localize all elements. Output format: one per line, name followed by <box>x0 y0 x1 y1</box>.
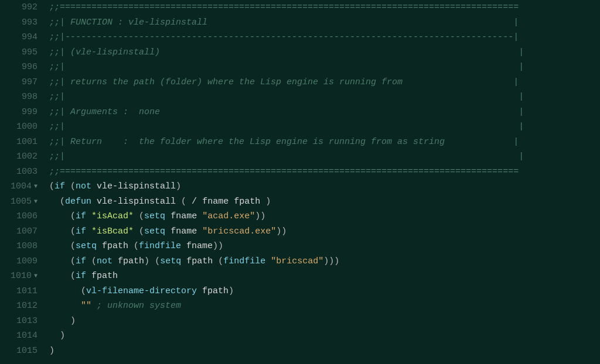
line-number: 996 <box>0 60 38 75</box>
token-paren: ( <box>218 256 223 266</box>
code-line[interactable]: (if *isAcad* (setq fname "acad.exe")) <box>49 209 600 224</box>
token-comment: ;;======================================… <box>49 2 519 12</box>
line-number-text: 993 <box>22 15 38 30</box>
line-number-text: 1011 <box>16 284 38 299</box>
line-number: 1003 <box>0 164 38 180</box>
token-keyword: not <box>76 181 91 191</box>
code-line[interactable]: (if *isBcad* (setq fname "bricscad.exe")… <box>49 224 600 239</box>
line-number-text: 1015 <box>16 344 38 359</box>
line-number-text: 1003 <box>16 164 38 180</box>
token-identifier <box>49 301 81 311</box>
fold-toggle-icon[interactable]: ▼ <box>34 194 38 210</box>
line-number: 999 <box>0 105 38 120</box>
token-comment: ;;| | <box>49 62 524 72</box>
token-identifier: fpath <box>97 241 134 251</box>
token-comment: ;;| returns the path (folder) where the … <box>49 77 519 87</box>
code-line[interactable]: (vl-filename-directory fpath) <box>49 284 600 299</box>
token-paren: ) <box>60 331 65 341</box>
token-identifier <box>49 241 70 251</box>
token-func-call: findfile <box>139 241 181 251</box>
token-comment: ;;| | <box>49 152 524 162</box>
line-number: 997 <box>0 75 38 90</box>
token-paren: ) <box>144 256 149 266</box>
token-paren: ( <box>139 226 144 236</box>
code-line[interactable]: ;;| Arguments : none | <box>49 105 600 120</box>
code-area[interactable]: ;;======================================… <box>42 0 600 364</box>
line-number-text: 992 <box>22 0 38 15</box>
code-line[interactable]: (setq fpath (findfile fname)) <box>49 239 600 254</box>
line-number-gutter: 9929939949959969979989991000100110021003… <box>0 0 42 364</box>
token-identifier: vle-lispinstall <box>91 181 176 191</box>
line-number-text: 1008 <box>16 239 38 254</box>
token-identifier <box>49 271 70 281</box>
code-editor[interactable]: 9929939949959969979989991000100110021003… <box>0 0 600 364</box>
code-line[interactable]: ;;| (vle-lispinstall) | <box>49 45 600 60</box>
code-line[interactable]: ;;| FUNCTION : vle-lispinstall | <box>49 15 600 30</box>
code-line[interactable]: (if (not vle-lispinstall) <box>49 179 600 194</box>
code-line[interactable]: ) <box>49 344 600 359</box>
fold-toggle-icon[interactable]: ▼ <box>34 269 38 284</box>
line-number-text: 1006 <box>16 209 38 224</box>
token-paren: ( <box>70 256 76 266</box>
code-line[interactable]: ;;======================================… <box>49 0 600 15</box>
line-number: 1006 <box>0 209 38 224</box>
token-comment: ;;| | <box>49 92 524 102</box>
token-string: "acad.exe" <box>202 211 255 221</box>
line-number: 1011 <box>0 284 38 299</box>
code-line[interactable]: ) <box>49 328 600 344</box>
code-line[interactable]: (if fpath <box>49 269 600 284</box>
token-identifier: fname <box>165 211 202 221</box>
line-number: 993 <box>0 15 38 30</box>
code-line[interactable]: ;;| | <box>49 60 600 75</box>
code-line[interactable]: ;;| | <box>49 119 600 135</box>
line-number: 1010▼ <box>0 269 38 284</box>
token-identifier: fpath <box>86 271 118 281</box>
code-line[interactable]: ) <box>49 314 600 329</box>
line-number-text: 1010 <box>11 269 32 284</box>
token-keyword: defun <box>65 197 91 207</box>
token-func-call: vl-filename-directory <box>86 286 197 296</box>
token-paren: ( <box>60 197 65 207</box>
token-comment: ; unknown system <box>97 301 181 311</box>
code-line[interactable]: (if (not fpath) (setq fpath (findfile "b… <box>49 254 600 269</box>
code-line[interactable]: (defun vle-lispinstall ( / fname fpath ) <box>49 194 600 210</box>
token-identifier: fpath <box>181 256 218 266</box>
line-number: 994 <box>0 30 38 45</box>
token-paren: ( <box>70 211 76 221</box>
code-line[interactable]: ;;======================================… <box>49 164 600 180</box>
code-line[interactable]: ;;| | <box>49 90 600 105</box>
token-identifier <box>91 301 97 311</box>
token-keyword: if <box>54 181 65 191</box>
token-paren: ( <box>134 241 139 251</box>
fold-toggle-icon[interactable]: ▼ <box>34 179 38 194</box>
token-paren: ( <box>181 197 186 207</box>
code-line[interactable]: ;;| Return : the folder where the Lisp e… <box>49 135 600 150</box>
line-number-text: 1004 <box>11 179 32 194</box>
token-paren: ( <box>70 226 76 236</box>
token-identifier <box>49 197 60 207</box>
line-number-text: 1007 <box>16 224 38 239</box>
code-line[interactable]: ;;| returns the path (folder) where the … <box>49 75 600 90</box>
line-number-text: 999 <box>22 105 38 120</box>
token-identifier <box>265 256 271 266</box>
token-comment: ;;| Return : the folder where the Lisp e… <box>49 137 519 147</box>
line-number-text: 1005 <box>11 194 32 210</box>
token-paren: ( <box>49 181 54 191</box>
code-line[interactable]: ;;|-------------------------------------… <box>49 30 600 45</box>
token-identifier: fpath <box>112 256 144 266</box>
token-paren: ( <box>91 256 97 266</box>
code-line[interactable]: ;;| | <box>49 149 600 164</box>
line-number-text: 1013 <box>16 314 38 329</box>
token-paren: )) <box>213 241 223 251</box>
code-line[interactable]: "" ; unknown system <box>49 298 600 314</box>
line-number: 1013 <box>0 314 38 329</box>
line-number-text: 998 <box>22 90 38 105</box>
token-identifier <box>186 197 192 207</box>
token-paren: ))) <box>323 256 339 266</box>
token-keyword: if <box>76 271 86 281</box>
token-identifier <box>49 316 70 326</box>
token-identifier: fname <box>181 241 213 251</box>
line-number: 1002 <box>0 149 38 164</box>
line-number: 1000 <box>0 119 38 135</box>
line-number: 1012 <box>0 298 38 314</box>
